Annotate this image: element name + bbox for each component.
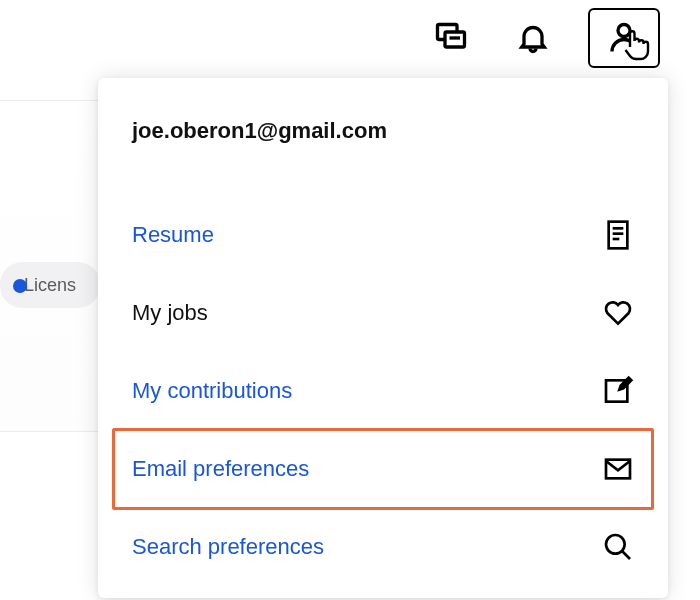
menu-item-label: My jobs (132, 300, 208, 326)
menu-item-label: My contributions (132, 378, 292, 404)
svg-point-10 (606, 535, 625, 554)
messages-button[interactable] (424, 11, 478, 65)
pointer-cursor-icon (618, 26, 654, 62)
top-toolbar (424, 8, 660, 68)
notifications-button[interactable] (506, 11, 560, 65)
menu-item-label: Search preferences (132, 534, 324, 560)
svg-line-11 (622, 551, 630, 559)
messages-icon (433, 20, 469, 56)
document-icon (602, 219, 634, 251)
profile-dropdown: joe.oberon1@gmail.com Resume My jobs My … (98, 78, 668, 598)
heart-icon (602, 297, 634, 329)
background-tab-indicator (13, 279, 27, 293)
menu-search-preferences[interactable]: Search preferences (128, 508, 638, 586)
edit-icon (602, 375, 634, 407)
menu-resume[interactable]: Resume (128, 196, 638, 274)
menu-my-contributions[interactable]: My contributions (128, 352, 638, 430)
profile-menu: Resume My jobs My contributions (128, 196, 638, 586)
menu-email-preferences[interactable]: Email preferences (128, 430, 638, 508)
profile-menu-button[interactable] (588, 8, 660, 68)
bell-icon (515, 20, 551, 56)
mail-icon (602, 453, 634, 485)
menu-item-label: Resume (132, 222, 214, 248)
search-icon (602, 531, 634, 563)
user-email: joe.oberon1@gmail.com (128, 118, 638, 152)
menu-my-jobs[interactable]: My jobs (128, 274, 638, 352)
menu-item-label: Email preferences (132, 456, 309, 482)
background-tab-label: Licens (24, 275, 76, 296)
